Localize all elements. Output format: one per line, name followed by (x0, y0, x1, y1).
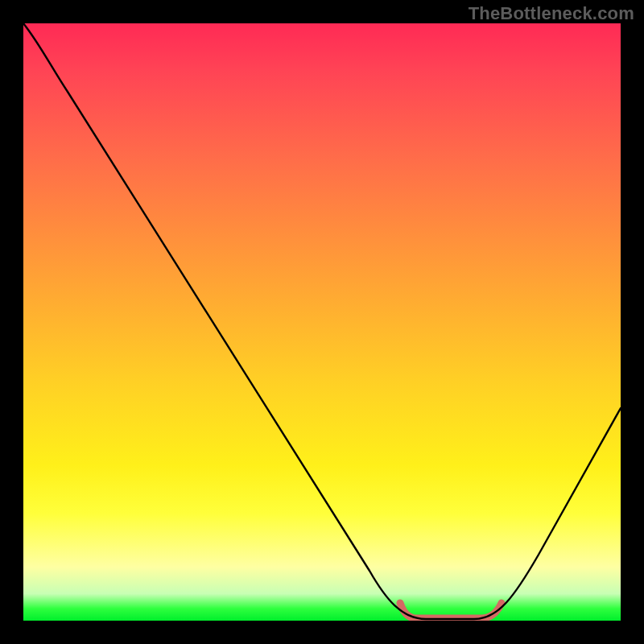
bottleneck-curve (23, 23, 621, 621)
chart-frame: TheBottleneck.com (0, 0, 644, 644)
plot-area (23, 23, 621, 621)
curve-path (23, 23, 621, 619)
watermark-text: TheBottleneck.com (469, 3, 634, 24)
